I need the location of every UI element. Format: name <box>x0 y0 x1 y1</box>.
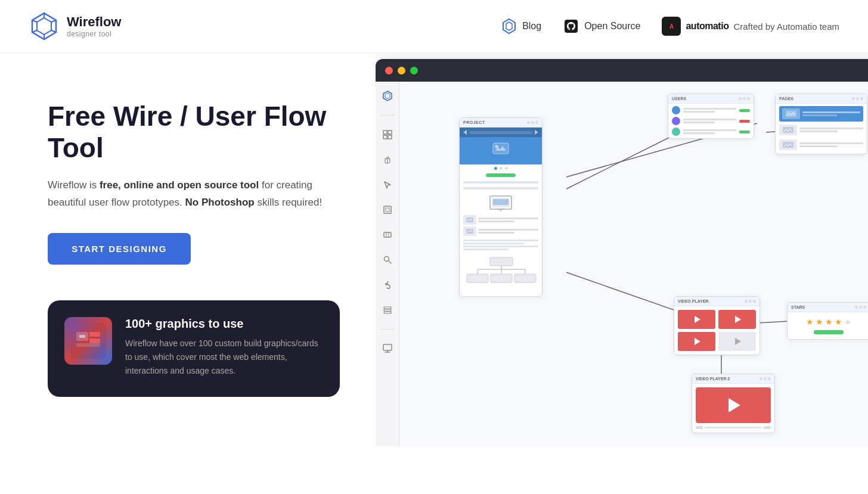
svg-rect-53 <box>466 218 473 222</box>
svg-rect-14 <box>89 332 100 337</box>
svg-rect-13 <box>79 335 85 338</box>
resize-icon <box>382 229 393 240</box>
hero-title: Free Wire / User Flow Tool <box>48 101 340 164</box>
grid-icon <box>382 129 393 140</box>
logo-subtitle: designer tool <box>67 30 121 38</box>
main-wireframe-node: PROJECT <box>459 117 542 297</box>
svg-rect-15 <box>89 338 100 343</box>
sidebar-tool-frame[interactable] <box>380 203 395 217</box>
sidebar-tool-arrow[interactable] <box>380 178 395 192</box>
sidebar-tool-logo[interactable] <box>380 89 395 103</box>
svg-rect-61 <box>467 274 488 282</box>
opensource-label: Open Source <box>584 21 640 32</box>
window-close-button[interactable] <box>385 67 393 74</box>
app-canvas[interactable]: PROJECT <box>399 82 868 446</box>
ratings-node: STARS ★ ★ ★ ★ <box>787 302 868 340</box>
feature-graphics-icon <box>70 323 106 359</box>
automatio-logo-icon: A <box>662 17 681 36</box>
svg-rect-32 <box>384 312 391 313</box>
svg-rect-16 <box>76 343 100 347</box>
svg-rect-55 <box>490 257 513 266</box>
logo-area: Wireflow designer tool <box>29 11 121 42</box>
hero-text-2: skills required! <box>257 197 322 208</box>
automatio-desc: Crafted by Automatio team <box>733 21 839 32</box>
main-content: Free Wire / User Flow Tool Wireflow is f… <box>0 53 868 482</box>
hero-description: Wireflow is free, online and open source… <box>48 177 334 212</box>
svg-marker-8 <box>503 19 515 33</box>
svg-rect-11 <box>70 323 106 359</box>
hero-bold-2: No Photoshop <box>185 197 255 208</box>
logo-text: Wireflow designer tool <box>67 14 121 38</box>
blog-label: Blog <box>522 21 541 32</box>
bottom-video-node: VIDEO PLAYER 2 <box>692 374 775 433</box>
svg-marker-18 <box>385 93 390 99</box>
svg-rect-31 <box>384 309 391 311</box>
frame-icon <box>382 204 393 215</box>
sidebar-tool-resize[interactable] <box>380 228 395 242</box>
users-wireframe-node: USERS <box>668 94 754 139</box>
svg-rect-24 <box>386 208 389 212</box>
left-panel: Free Wire / User Flow Tool Wireflow is f… <box>0 53 376 421</box>
sidebar-tool-layers[interactable] <box>380 303 395 317</box>
svg-rect-23 <box>384 206 391 213</box>
layers-icon <box>382 305 393 315</box>
svg-rect-25 <box>384 232 391 237</box>
svg-rect-62 <box>491 274 512 282</box>
automatio-name: automatio <box>686 21 728 32</box>
svg-rect-66 <box>783 142 793 148</box>
sidebar-separator-1 <box>380 115 395 116</box>
app-sidebar <box>376 82 399 446</box>
svg-marker-17 <box>383 91 392 101</box>
svg-rect-19 <box>383 131 387 134</box>
cta-button[interactable]: START DESIGNING <box>48 233 191 265</box>
nav-right: Blog Open Source A automatio Crafted by … <box>501 17 839 36</box>
hand-icon <box>382 154 393 165</box>
right-panel: PROJECT <box>376 53 868 446</box>
svg-rect-33 <box>383 344 392 350</box>
svg-rect-21 <box>383 135 387 139</box>
svg-rect-65 <box>783 127 793 133</box>
feature-title: 100+ graphics to use <box>125 317 323 331</box>
feature-desc: Wireflow have over 100 custom build grap… <box>125 337 323 378</box>
svg-point-47 <box>495 145 498 148</box>
svg-rect-63 <box>514 274 536 282</box>
arrow-icon <box>382 179 393 190</box>
svg-line-29 <box>388 261 391 264</box>
svg-rect-54 <box>466 229 473 234</box>
svg-rect-10 <box>565 20 578 33</box>
logo-name: Wireflow <box>67 14 121 30</box>
svg-marker-9 <box>506 22 512 30</box>
svg-rect-22 <box>388 135 392 139</box>
sidebar-tool-search[interactable] <box>380 253 395 267</box>
sidebar-tool-link[interactable] <box>380 278 395 292</box>
nav-blog[interactable]: Blog <box>501 18 541 35</box>
sidebar-separator-2 <box>380 329 395 330</box>
window-body: PROJECT <box>376 82 868 446</box>
search-icon <box>382 254 393 265</box>
github-icon <box>563 18 579 35</box>
export-icon <box>382 343 393 354</box>
svg-rect-46 <box>493 143 509 154</box>
window-titlebar <box>376 59 868 82</box>
header: Wireflow designer tool Blog Open Source … <box>0 0 868 53</box>
svg-marker-1 <box>37 18 51 35</box>
pages-wireframe-node: PAGES <box>775 94 867 154</box>
window-minimize-button[interactable] <box>398 67 405 74</box>
nav-opensource[interactable]: Open Source <box>563 18 640 35</box>
sidebar-tool-grid[interactable] <box>380 128 395 142</box>
feature-icon-box <box>64 317 112 365</box>
window-maximize-button[interactable] <box>410 67 418 74</box>
feature-card: 100+ graphics to use Wireflow have over … <box>48 300 340 397</box>
sidebar-tool-hand[interactable] <box>380 153 395 167</box>
svg-rect-20 <box>388 131 392 134</box>
wireflow-logo-icon <box>29 11 60 42</box>
link-icon <box>382 279 393 290</box>
sidebar-tool-export[interactable] <box>380 341 395 356</box>
svg-rect-30 <box>384 307 391 309</box>
svg-rect-52 <box>493 199 509 205</box>
svg-rect-64 <box>786 111 796 117</box>
blog-icon <box>501 18 517 35</box>
svg-line-36 <box>566 129 686 189</box>
hero-bold-1: free, online and open source tool <box>100 179 259 191</box>
video-tiles-node: VIDEO PLAYER <box>674 296 760 355</box>
